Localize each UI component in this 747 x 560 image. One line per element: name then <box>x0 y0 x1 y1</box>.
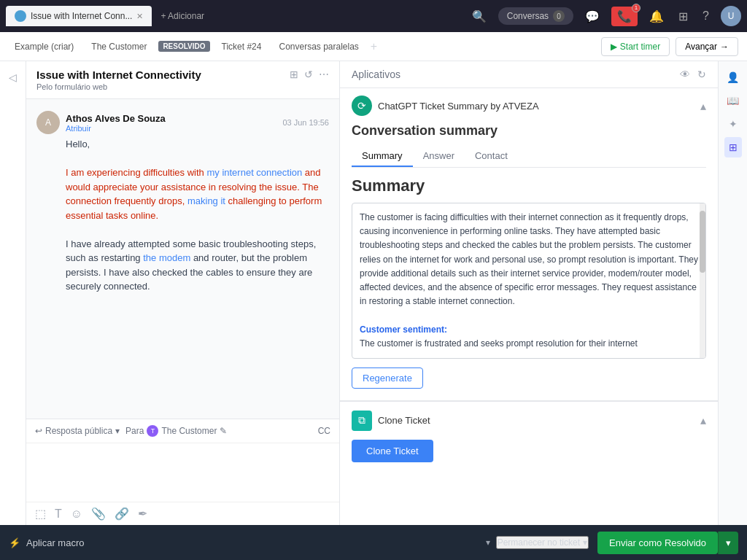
summary-heading: Summary <box>352 176 706 195</box>
avancar-button[interactable]: Avançar → <box>676 37 738 56</box>
messages-area: A Athos Alves De Souza Atribuir 03 Jun 1… <box>26 99 339 419</box>
reply-arrow-icon: ↩ <box>35 426 42 436</box>
breadcrumb-example[interactable]: Example (criar) <box>9 39 80 55</box>
reply-area: ↩ Resposta pública ▾ Para T The Customer… <box>26 419 339 525</box>
add-conversation-icon[interactable]: + <box>371 40 377 53</box>
summary-text: The customer is facing difficulties with… <box>360 211 698 308</box>
conversation-subtitle: Pelo formulário web <box>36 82 201 91</box>
expand-icon[interactable]: ⬚ <box>35 507 46 521</box>
tab-summary[interactable]: Summary <box>352 146 413 167</box>
regenerate-button[interactable]: Regenerate <box>352 368 423 389</box>
macro-dropdown-icon[interactable]: ▾ <box>486 537 490 548</box>
eye-icon[interactable]: 👁 <box>680 69 690 80</box>
conversation-title: Issue with Internet Connectivity <box>36 69 201 81</box>
clone-header-left: ⧉ Clone Ticket <box>352 411 430 431</box>
clone-section: ⧉ Clone Ticket ▴ Clone Ticket <box>340 401 718 471</box>
bottom-bar: ⚡ Aplicar macro ▾ Permanecer no ticket ▾… <box>0 525 747 560</box>
tab-title: Issue with Internet Conn... <box>31 11 132 21</box>
tab-answer[interactable]: Answer <box>413 146 465 167</box>
conversation-header: Issue with Internet Connectivity Pelo fo… <box>26 61 339 99</box>
user-avatar[interactable]: U <box>721 6 741 26</box>
chatgpt-collapse-icon[interactable]: ▴ <box>700 99 706 113</box>
breadcrumb-parallel[interactable]: Conversas paralelas <box>273 39 364 55</box>
attach-icon[interactable]: 📎 <box>91 507 106 521</box>
right-content: ⟳ ChatGPT Ticket Summary by ATVEZA ▴ Con… <box>340 88 718 525</box>
conversation-header-icons: ⊞ ↺ ⋯ <box>290 69 329 80</box>
edit-recipient-icon[interactable]: ✎ <box>220 426 227 436</box>
breadcrumb-ticket[interactable]: Ticket #24 <box>216 39 268 55</box>
conv-summary-title: Conversation summary <box>352 123 706 139</box>
reply-to-avatar: T <box>147 425 158 437</box>
enviar-button[interactable]: Enviar como Resolvido <box>597 532 718 554</box>
main-layout: ◁ Issue with Internet Connectivity Pelo … <box>0 61 747 525</box>
tab-contact[interactable]: Contact <box>465 146 518 167</box>
conversation-panel: Issue with Internet Connectivity Pelo fo… <box>26 61 340 525</box>
conversations-label: Conversas <box>507 11 549 21</box>
right-panel-icons: 👁 ↻ <box>680 69 706 80</box>
apply-macro-button[interactable]: Aplicar macro <box>26 537 480 548</box>
rail-book-icon[interactable]: 📖 <box>722 90 743 111</box>
chatgpt-title: ChatGPT Ticket Summary by ATVEZA <box>378 101 539 112</box>
atribuir-link[interactable]: Atribuir <box>66 124 166 133</box>
breadcrumb-bar: Example (criar) The Customer RESOLVIDO T… <box>0 32 747 61</box>
clone-icon: ⧉ <box>352 411 372 431</box>
conversation-summary-section: Conversation summary Summary Answer Cont… <box>340 123 718 400</box>
cc-button[interactable]: CC <box>318 426 330 436</box>
apps-button[interactable]: ⊞ <box>676 7 691 26</box>
conversations-badge: 0 <box>553 10 565 22</box>
timer-icon: ▶ <box>611 42 617 52</box>
search-button[interactable]: 🔍 <box>469 7 489 26</box>
bell-button[interactable]: 🔔 <box>646 7 667 26</box>
history-icon[interactable]: ↺ <box>304 69 313 80</box>
chatgpt-header[interactable]: ⟳ ChatGPT Ticket Summary by ATVEZA ▴ <box>340 88 718 123</box>
message-sender-name: Athos Alves De Souza <box>66 113 166 124</box>
reply-body-input[interactable] <box>26 443 339 502</box>
conversations-button[interactable]: Conversas 0 <box>498 7 573 25</box>
permanecer-button[interactable]: Permanecer no ticket ▾ <box>496 536 589 549</box>
rail-user-icon[interactable]: 👤 <box>722 67 743 88</box>
reply-to-name: T The Customer ✎ <box>147 425 227 437</box>
clone-header[interactable]: ⧉ Clone Ticket ▴ <box>340 402 718 440</box>
phone-badge: 1 <box>632 4 640 12</box>
tab-close-icon[interactable]: ✕ <box>136 12 143 21</box>
enviar-dropdown-button[interactable]: ▾ <box>718 532 738 554</box>
clone-action-button[interactable]: Clone Ticket <box>352 440 433 462</box>
rail-grid-icon[interactable]: ⊞ <box>724 137 742 158</box>
refresh-icon[interactable]: ↻ <box>697 69 706 80</box>
message-avatar: A <box>36 111 60 134</box>
top-bar: Issue with Internet Conn... ✕ + Adiciona… <box>0 0 747 32</box>
conversation-title-area: Issue with Internet Connectivity Pelo fo… <box>36 69 201 91</box>
emoji-icon[interactable]: ☺ <box>71 508 82 521</box>
message-sender-area: Athos Alves De Souza Atribuir <box>66 113 166 133</box>
format-text-icon[interactable]: T <box>55 508 62 521</box>
reply-header: ↩ Resposta pública ▾ Para T The Customer… <box>26 419 339 443</box>
scrollbar-thumb <box>700 211 705 273</box>
reply-toolbar: ⬚ T ☺ 📎 🔗 ✒ <box>26 502 339 525</box>
collapse-left-icon[interactable]: ◁ <box>4 67 21 88</box>
right-panel-area: Aplicativos 👁 ↻ ⟳ ChatGPT Ticket Summary… <box>340 61 747 525</box>
left-rail: ◁ <box>0 61 26 525</box>
add-tab-button[interactable]: + Adicionar <box>155 8 210 24</box>
phone-button[interactable]: 📞 1 <box>611 7 638 26</box>
link-icon[interactable]: 🔗 <box>115 507 129 521</box>
summary-scrollbar[interactable] <box>700 203 705 358</box>
filter-icon[interactable]: ⊞ <box>290 69 298 80</box>
clone-collapse-icon[interactable]: ▴ <box>700 413 706 427</box>
sentiment-text: The customer is frustrated and seeks pro… <box>360 338 638 349</box>
sentiment-label: Customer sentiment: <box>360 324 447 335</box>
rail-wand-icon[interactable]: ✦ <box>724 114 742 134</box>
message-greeting: Hello, <box>66 137 329 152</box>
help-button[interactable]: ? <box>700 7 712 26</box>
more-options-icon[interactable]: ⋯ <box>319 69 329 80</box>
pen-icon[interactable]: ✒ <box>138 507 147 521</box>
clone-title: Clone Ticket <box>378 415 430 426</box>
active-tab[interactable]: Issue with Internet Conn... ✕ <box>6 6 152 26</box>
avancar-arrow-icon: → <box>720 42 729 52</box>
chatgpt-section: ⟳ ChatGPT Ticket Summary by ATVEZA ▴ Con… <box>340 88 718 401</box>
breadcrumb-customer[interactable]: The Customer <box>85 39 152 55</box>
chat-icon-button[interactable]: 💬 <box>582 7 603 26</box>
reply-type-button[interactable]: ↩ Resposta pública ▾ <box>35 426 120 436</box>
message-header: A Athos Alves De Souza Atribuir 03 Jun 1… <box>36 111 329 134</box>
message-para1: I am experiencing difficulties with my i… <box>66 166 329 222</box>
start-timer-button[interactable]: ▶ Start timer <box>601 37 670 56</box>
